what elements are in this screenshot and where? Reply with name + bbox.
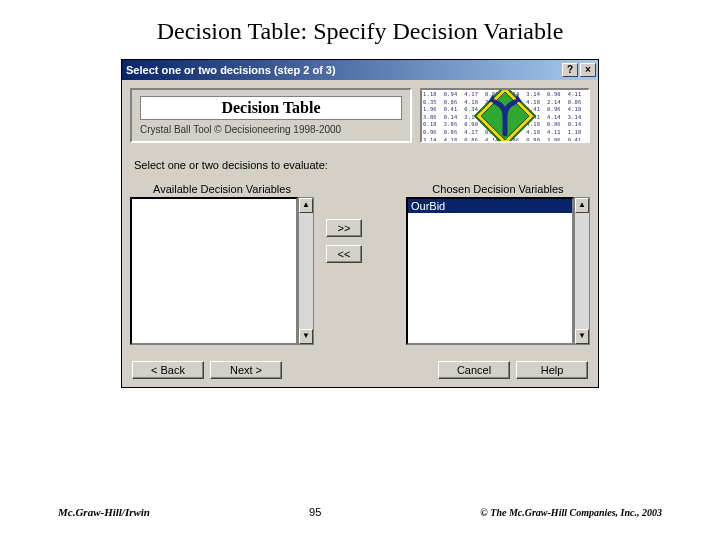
- chosen-listbox[interactable]: OurBid: [406, 197, 574, 345]
- available-label: Available Decision Variables: [130, 183, 314, 195]
- scroll-track[interactable]: [575, 213, 589, 329]
- dialog-body: Decision Table Crystal Ball Tool © Decis…: [122, 80, 598, 387]
- help-icon[interactable]: ?: [562, 63, 578, 77]
- available-listbox[interactable]: [130, 197, 298, 345]
- titlebar-text: Select one or two decisions (step 2 of 3…: [126, 64, 560, 76]
- available-scrollbar[interactable]: ▲ ▼: [298, 197, 314, 345]
- decorative-art: 1.18 0.94 4.17 0.90 0.34 3.14 0.90 4.11 …: [420, 88, 590, 143]
- instruction-text: Select one or two decisions to evaluate:: [134, 159, 590, 171]
- chosen-scrollbar[interactable]: ▲ ▼: [574, 197, 590, 345]
- chosen-column: Chosen Decision Variables OurBid ▲ ▼: [406, 183, 590, 345]
- help-button[interactable]: Help: [516, 361, 588, 379]
- move-left-button[interactable]: <<: [326, 245, 362, 263]
- fork-sign-icon: [473, 88, 537, 143]
- back-button[interactable]: < Back: [132, 361, 204, 379]
- scroll-track[interactable]: [299, 213, 313, 329]
- cancel-button[interactable]: Cancel: [438, 361, 510, 379]
- brand-title: Decision Table: [140, 96, 402, 120]
- transfer-buttons: >> <<: [314, 183, 374, 263]
- brand-subtitle: Crystal Ball Tool © Decisioneering 1998-…: [140, 124, 402, 135]
- close-icon[interactable]: ×: [580, 63, 596, 77]
- available-column: Available Decision Variables ▲ ▼: [130, 183, 314, 345]
- footer-right: © The Mc.Graw-Hill Companies, Inc., 2003: [480, 507, 662, 518]
- next-button[interactable]: Next >: [210, 361, 282, 379]
- scroll-up-icon[interactable]: ▲: [575, 198, 589, 213]
- footer-left: Mc.Graw-Hill/Irwin: [58, 506, 150, 518]
- page-number: 95: [150, 506, 480, 518]
- button-row: < Back Next > Cancel Help: [130, 361, 590, 379]
- dialog-window: Select one or two decisions (step 2 of 3…: [121, 59, 599, 388]
- slide-title: Decision Table: Specify Decision Variabl…: [0, 18, 720, 45]
- brand-panel: Decision Table Crystal Ball Tool © Decis…: [130, 88, 412, 143]
- move-right-button[interactable]: >>: [326, 219, 362, 237]
- scroll-down-icon[interactable]: ▼: [299, 329, 313, 344]
- svg-marker-2: [488, 94, 495, 102]
- list-item[interactable]: OurBid: [408, 199, 572, 213]
- titlebar: Select one or two decisions (step 2 of 3…: [122, 60, 598, 80]
- scroll-down-icon[interactable]: ▼: [575, 329, 589, 344]
- chosen-label: Chosen Decision Variables: [406, 183, 590, 195]
- svg-marker-3: [515, 94, 522, 102]
- slide-footer: Mc.Graw-Hill/Irwin 95 © The Mc.Graw-Hill…: [0, 506, 720, 518]
- scroll-up-icon[interactable]: ▲: [299, 198, 313, 213]
